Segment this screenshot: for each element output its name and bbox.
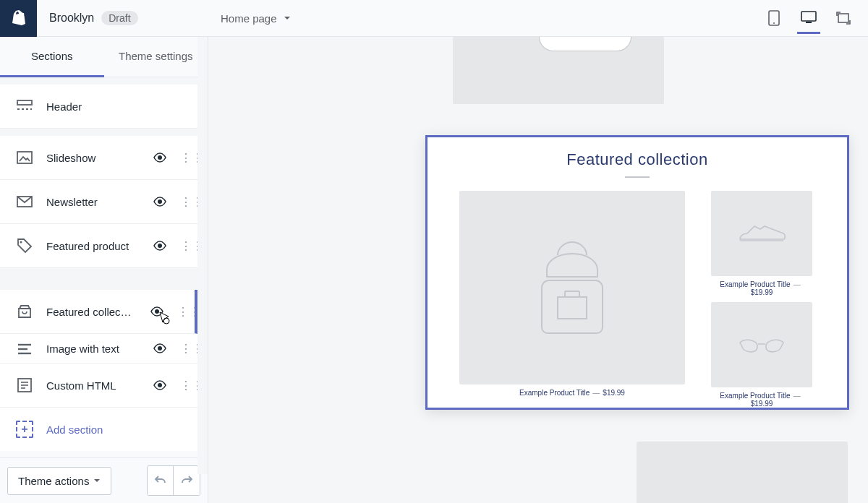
drag-handle-icon[interactable]: ⋮⋮ xyxy=(180,151,186,165)
theme-name: Brooklyn xyxy=(49,12,94,25)
section-item-featured-collection[interactable]: Featured collec… ⋮⋮ xyxy=(0,290,197,334)
product-card-small[interactable]: Example Product Title—$19.99 xyxy=(711,191,812,296)
title-underline xyxy=(625,176,650,178)
page-selector-label: Home page xyxy=(221,12,277,25)
svg-point-8 xyxy=(158,155,162,160)
section-label: Custom HTML xyxy=(46,379,153,392)
left-panel: Sections Theme settings Header Slideshow… xyxy=(0,37,208,503)
newsletter-icon xyxy=(16,193,33,210)
featured-collection-preview[interactable]: Featured collection Example Product Titl… xyxy=(425,135,849,410)
product-caption: Example Product Title—$19.99 xyxy=(459,389,685,397)
drag-handle-icon[interactable]: ⋮⋮ xyxy=(180,342,186,356)
desktop-icon xyxy=(801,11,817,24)
add-icon: + xyxy=(16,421,33,438)
preview-button-outline xyxy=(539,37,631,51)
product-card-large[interactable]: Example Product Title—$19.99 xyxy=(459,191,685,408)
drag-handle-icon[interactable]: ⋮⋮ xyxy=(177,305,183,319)
svg-rect-3 xyxy=(806,22,812,23)
shopify-logo[interactable] xyxy=(0,0,37,37)
product-grid: Example Product Title—$19.99 Example Pro… xyxy=(459,191,815,408)
svg-rect-5 xyxy=(17,100,32,105)
add-section-label: Add section xyxy=(46,424,182,436)
svg-rect-2 xyxy=(801,12,816,21)
product-caption: Example Product Title—$19.99 xyxy=(711,392,812,408)
fullscreen-view-button[interactable] xyxy=(832,2,855,34)
drag-handle-icon[interactable]: ⋮⋮ xyxy=(180,379,186,392)
device-controls xyxy=(762,2,855,34)
glasses-icon xyxy=(736,335,787,354)
status-badge: Draft xyxy=(101,11,137,25)
section-item-custom-html[interactable]: Custom HTML ⋮⋮ xyxy=(0,364,197,408)
visibility-toggle[interactable] xyxy=(153,194,167,209)
app-header: Brooklyn Draft Home page xyxy=(0,0,868,37)
desktop-view-button[interactable] xyxy=(797,2,820,34)
drag-handle-icon[interactable]: ⋮⋮ xyxy=(180,195,186,209)
add-section-button[interactable]: + Add section xyxy=(0,408,197,451)
product-image-placeholder xyxy=(459,191,685,384)
mobile-icon xyxy=(768,10,780,26)
collection-icon xyxy=(16,303,33,320)
product-caption: Example Product Title—$19.99 xyxy=(711,280,812,296)
redo-icon xyxy=(180,474,193,487)
chevron-down-icon xyxy=(283,14,292,22)
preview-placeholder-block xyxy=(453,37,664,104)
tag-icon xyxy=(16,237,33,254)
section-item-newsletter[interactable]: Newsletter ⋮⋮ xyxy=(0,180,197,224)
svg-point-11 xyxy=(20,241,22,244)
undo-button[interactable] xyxy=(148,466,174,495)
preview-canvas[interactable]: Featured collection Example Product Titl… xyxy=(425,37,849,503)
theme-actions-button[interactable]: Theme actions xyxy=(7,467,111,495)
featured-title: Featured collection xyxy=(459,150,815,169)
redo-button[interactable] xyxy=(174,466,200,495)
scrollbar[interactable] xyxy=(197,37,208,474)
theme-actions-label: Theme actions xyxy=(18,475,89,487)
svg-rect-4 xyxy=(838,14,848,22)
section-label: Header xyxy=(46,100,186,113)
sections-list: Header Slideshow ⋮⋮ Newsletter ⋮⋮ xyxy=(0,77,208,457)
text-icon xyxy=(16,340,33,357)
section-label: Featured product xyxy=(46,240,153,252)
backpack-icon xyxy=(529,241,616,335)
shoe-icon xyxy=(736,219,787,248)
header-section-icon xyxy=(16,98,33,115)
visibility-toggle[interactable] xyxy=(153,378,167,392)
svg-point-10 xyxy=(158,199,162,204)
mobile-view-button[interactable] xyxy=(762,2,786,34)
section-label: Newsletter xyxy=(46,196,153,208)
svg-point-22 xyxy=(158,383,162,387)
svg-point-1 xyxy=(773,22,775,24)
drag-handle-icon[interactable]: ⋮⋮ xyxy=(180,239,186,253)
fullscreen-icon xyxy=(836,12,851,25)
section-label: Slideshow xyxy=(46,152,153,164)
svg-point-12 xyxy=(158,244,162,248)
page-selector[interactable]: Home page xyxy=(221,12,292,25)
section-label: Image with text xyxy=(46,343,153,355)
preview-area: Featured collection Example Product Titl… xyxy=(208,37,868,503)
caret-down-icon xyxy=(93,477,101,484)
shopify-icon xyxy=(11,9,27,27)
svg-point-17 xyxy=(158,346,162,351)
html-icon xyxy=(16,377,33,394)
panel-tabs: Sections Theme settings xyxy=(0,37,208,77)
undo-icon xyxy=(154,474,167,487)
undo-redo-group xyxy=(147,465,200,496)
product-image-placeholder xyxy=(711,302,812,387)
section-label: Featured collec… xyxy=(46,306,150,318)
tab-theme-settings[interactable]: Theme settings xyxy=(104,37,208,77)
visibility-toggle[interactable] xyxy=(153,341,167,356)
visibility-toggle[interactable] xyxy=(153,150,167,165)
preview-placeholder-block xyxy=(637,442,848,503)
slideshow-icon xyxy=(16,149,33,166)
section-item-slideshow[interactable]: Slideshow ⋮⋮ xyxy=(0,136,197,180)
product-card-small[interactable]: Example Product Title—$19.99 xyxy=(711,302,812,408)
visibility-toggle[interactable] xyxy=(153,238,167,253)
tab-sections[interactable]: Sections xyxy=(0,37,104,77)
section-item-featured-product[interactable]: Featured product ⋮⋮ xyxy=(0,224,197,268)
svg-point-13 xyxy=(155,309,159,314)
section-item-image-with-text[interactable]: Image with text ⋮⋮ xyxy=(0,334,197,364)
bottom-bar: Theme actions xyxy=(0,457,208,503)
product-image-placeholder xyxy=(711,191,812,276)
visibility-toggle[interactable] xyxy=(150,304,164,319)
section-item-header[interactable]: Header xyxy=(0,85,197,129)
